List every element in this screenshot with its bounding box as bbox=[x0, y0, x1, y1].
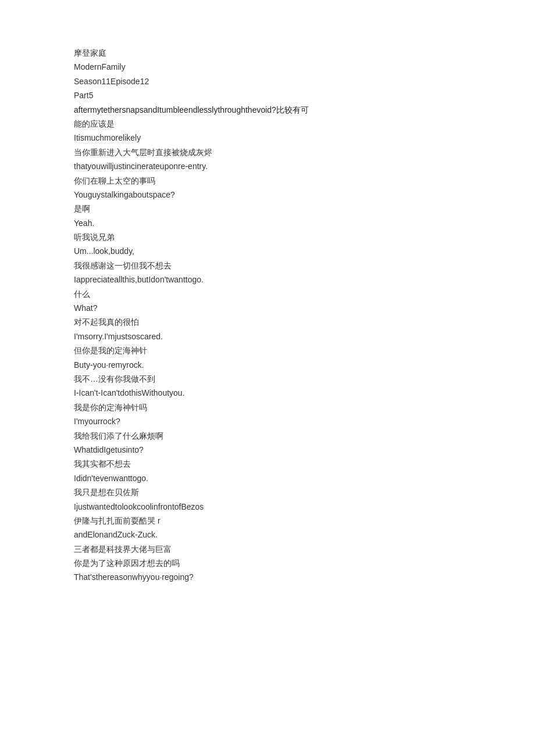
subtitle-line-32: IjustwantedtolookcoolinfrontofBezos bbox=[74, 500, 461, 513]
subtitle-container: 摩登家庭ModernFamilySeason11Episode12Part5af… bbox=[74, 46, 461, 584]
subtitle-line-7: 当你重新进入大气层时直接被烧成灰烬 bbox=[74, 146, 461, 159]
subtitle-line-3: Part5 bbox=[74, 89, 461, 102]
subtitle-line-21: 但你是我的定海神针 bbox=[74, 344, 461, 357]
subtitle-line-13: 听我说兄弟 bbox=[74, 231, 461, 243]
subtitle-line-28: WhatdidIgetusinto? bbox=[74, 443, 461, 456]
subtitle-line-27: 我给我们添了什么麻烦啊 bbox=[74, 429, 461, 442]
subtitle-line-34: andElonandZuck-Zuck. bbox=[74, 528, 461, 541]
subtitle-line-19: 对不起我真的很怕 bbox=[74, 316, 461, 328]
subtitle-line-20: I'msorry.I'mjustsoscared. bbox=[74, 330, 461, 343]
subtitle-line-29: 我其实都不想去 bbox=[74, 457, 461, 470]
subtitle-line-1: ModernFamily bbox=[74, 60, 461, 73]
subtitle-line-30: Ididn'tevenwanttogo. bbox=[74, 472, 461, 485]
subtitle-line-23: 我不…没有你我做不到 bbox=[74, 372, 461, 385]
subtitle-line-25: 我是你的定海神针吗 bbox=[74, 401, 461, 414]
subtitle-line-14: Um...look,buddy, bbox=[74, 245, 461, 257]
subtitle-line-35: 三者都是科技界大佬与巨富 bbox=[74, 543, 461, 556]
subtitle-line-16: Iappreciateallthis,butIdon'twanttogo. bbox=[74, 273, 461, 286]
subtitle-line-5: 能的应该是 bbox=[74, 117, 461, 130]
subtitle-line-33: 伊隆与扎扎面前耍酷哭 r bbox=[74, 514, 461, 527]
subtitle-line-2: Season11Episode12 bbox=[74, 75, 461, 88]
subtitle-line-8: thatyouwilljustincinerateuponre-entry. bbox=[74, 160, 461, 173]
subtitle-line-0: 摩登家庭 bbox=[74, 46, 461, 59]
subtitle-line-24: I-Ican't-Ican'tdothisWithoutyou. bbox=[74, 386, 461, 399]
subtitle-line-37: That'sthereasonwhyyou·regoing? bbox=[74, 571, 461, 583]
subtitle-line-18: What? bbox=[74, 302, 461, 314]
subtitle-line-12: Yeah. bbox=[74, 217, 461, 230]
subtitle-line-15: 我很感谢这一切但我不想去 bbox=[74, 259, 461, 272]
subtitle-line-31: 我只是想在贝佐斯 bbox=[74, 486, 461, 499]
subtitle-line-26: I'myourrock? bbox=[74, 415, 461, 428]
subtitle-line-11: 是啊 bbox=[74, 202, 461, 215]
subtitle-line-36: 你是为了这种原因才想去的吗 bbox=[74, 557, 461, 569]
subtitle-line-10: Youguystalkingaboutspace? bbox=[74, 188, 461, 201]
subtitle-line-4: aftermytethersnapsandItumbleendlesslythr… bbox=[74, 103, 461, 116]
subtitle-line-6: Itismuchmorelikely bbox=[74, 131, 461, 144]
subtitle-line-17: 什么 bbox=[74, 288, 461, 300]
subtitle-line-22: Buty-you·remyrock. bbox=[74, 359, 461, 371]
subtitle-line-9: 你们在聊上太空的事吗 bbox=[74, 174, 461, 187]
